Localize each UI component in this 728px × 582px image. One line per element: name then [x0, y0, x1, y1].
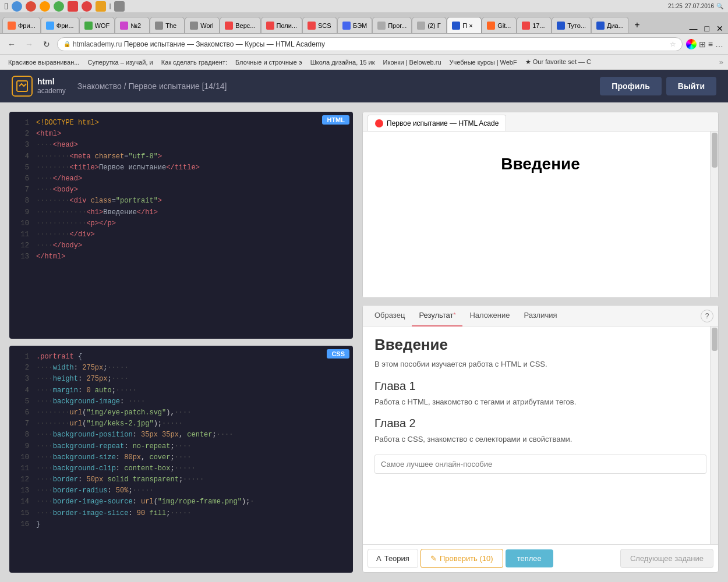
bookmark-1[interactable]: Красивое выравниван... — [5, 58, 83, 67]
bookmark-2[interactable]: Суперутка – изучай, и — [84, 58, 156, 67]
preview-scrollbar-thumb[interactable] — [712, 133, 718, 168]
back-button[interactable]: ← — [5, 37, 19, 51]
tab-rezultat[interactable]: Результат* — [412, 306, 462, 327]
html-code-content[interactable]: 1 <!DOCTYPE html> 2 <html> 3 ····<head> … — [9, 112, 353, 268]
next-button[interactable]: Следующее задание — [620, 549, 713, 568]
tab-nalozhenie[interactable]: Наложение — [462, 306, 517, 327]
bookmark-4[interactable]: Блочные и строчные э — [232, 58, 306, 67]
new-tab-button[interactable]: + — [629, 17, 645, 33]
extensions-icon[interactable]: ⊞ — [699, 40, 706, 49]
css-line-8: 8 ····background-position: 35px 35px, ce… — [9, 430, 353, 441]
next-label: Следующее задание — [630, 554, 704, 563]
code-line-1: 1 <!DOCTYPE html> — [9, 118, 353, 129]
bookmark-7[interactable]: Учебные курсы | WebF — [446, 58, 521, 67]
tab-label: Git... — [497, 22, 511, 29]
tab-vers[interactable]: Верс... — [220, 17, 260, 33]
warmer-button[interactable]: теплее — [506, 549, 553, 567]
result-panel: Образец Результат* Наложение Различия ? … — [362, 305, 719, 573]
more-icon[interactable]: … — [715, 40, 723, 49]
css-line-2: 2 ····width: 275px;····· — [9, 363, 353, 374]
code-line-2: 2 <html> — [9, 129, 353, 140]
result-chapter1-desc: Работа с HTML, знакомство с тегами и атр… — [374, 396, 706, 408]
tab-razlichiya[interactable]: Различия — [517, 306, 564, 327]
css-line-14: 14 ····border-image-source: url("img/rop… — [9, 496, 353, 508]
theory-button[interactable]: А Теория — [367, 549, 418, 568]
tab-tuto[interactable]: Туто... — [552, 17, 591, 33]
tab-dia[interactable]: Диа... — [591, 17, 629, 33]
tab-worl[interactable]: Worl — [185, 17, 220, 33]
os-bar-right: 21:25 27.07.2016 🔍 — [668, 3, 723, 9]
menu-icon[interactable]: ≡ — [708, 40, 713, 49]
result-chapter2-desc: Работа с CSS, знакомство с селекторами и… — [374, 434, 706, 445]
check-label: Проверить (10) — [440, 554, 493, 563]
css-code-content[interactable]: 1 .portrait { 2 ····width: 275px;····· 3… — [9, 346, 353, 536]
url-title: Первое испытание — Знакомство — Курсы — … — [124, 40, 325, 48]
help-button[interactable]: ? — [701, 310, 713, 322]
css-line-12: 12 ····border: 50px solid transparent;··… — [9, 474, 353, 485]
browser-close[interactable]: ✕ — [714, 24, 726, 33]
main-content: HTML 1 <!DOCTYPE html> 2 <html> 3 ····<h… — [0, 102, 728, 582]
code-panels: HTML 1 <!DOCTYPE html> 2 <html> 3 ····<h… — [9, 112, 353, 573]
bookmark-5[interactable]: Школа дизайна, 15 ик — [307, 58, 379, 67]
tab-17[interactable]: 17... — [517, 17, 552, 33]
color-wheel-icon — [686, 39, 697, 49]
html-badge: HTML — [322, 115, 349, 125]
preview-heading: Введение — [501, 155, 580, 173]
check-icon: ✎ — [430, 554, 437, 563]
refresh-button[interactable]: ↻ — [40, 37, 54, 51]
bookmark-3[interactable]: Как сделать градиент: — [158, 58, 231, 67]
tab-prog[interactable]: Прог... — [372, 17, 412, 33]
bookmark-label: Суперутка – изучай, и — [87, 59, 153, 66]
tab-obrazec[interactable]: Образец — [367, 306, 412, 327]
url-bar[interactable]: 🔒 htmlacademy.ru Первое испытание — Знак… — [57, 37, 683, 51]
tab-scs[interactable]: SCS — [302, 17, 337, 33]
result-chapter1-title: Глава 1 — [374, 379, 706, 393]
logout-button[interactable]: Выйти — [666, 77, 716, 95]
address-bar: ← → ↻ 🔒 htmlacademy.ru Первое испытание … — [0, 34, 728, 55]
tab-the[interactable]: The — [150, 17, 185, 33]
tab-g2[interactable]: (2) Г — [412, 17, 447, 33]
star-icon[interactable]: ☆ — [670, 40, 676, 48]
bookmark-6[interactable]: Иконки | Beloweb.ru — [380, 58, 445, 67]
result-scrollbar[interactable] — [710, 327, 718, 544]
check-button[interactable]: ✎ Проверить (10) — [420, 549, 503, 568]
result-scrollbar-thumb[interactable] — [712, 328, 718, 351]
theory-label: Теория — [384, 554, 409, 563]
forward-button[interactable]: → — [22, 37, 36, 51]
tab-label: WOF — [95, 22, 110, 29]
tab-fri2[interactable]: Фри... — [41, 17, 79, 33]
bookmark-label: Иконки | Beloweb.ru — [383, 59, 441, 66]
css-badge: CSS — [327, 349, 349, 359]
css-line-7: 7 ········url("img/keks-2.jpg");····· — [9, 418, 353, 430]
tab-active[interactable]: П × — [447, 17, 482, 33]
lock-icon: 🔒 — [63, 41, 70, 47]
bookmark-label: Блочные и строчные э — [235, 59, 302, 66]
tab-label: Прог... — [388, 22, 407, 29]
tab-wof[interactable]: WOF — [79, 17, 115, 33]
tab-git[interactable]: Git... — [482, 17, 517, 33]
browser-minimize[interactable]: ― — [687, 24, 700, 33]
tab-fri1[interactable]: Фри... — [2, 17, 41, 33]
preview-browser-tab[interactable]: Первое испытание — HTML Acade — [367, 115, 506, 131]
tab-n2[interactable]: №2 — [115, 17, 150, 33]
result-tabs-bar: Образец Результат* Наложение Различия ? — [363, 306, 718, 327]
code-line-9: 9 ············<h1>Введение</h1> — [9, 207, 353, 218]
css-editor: CSS 1 .portrait { 2 ····width: 275px;···… — [9, 346, 353, 573]
browser-maximize[interactable]: □ — [702, 24, 712, 33]
preview-scrollbar[interactable] — [710, 132, 718, 297]
css-line-5: 5 ····background-image: ···· — [9, 396, 353, 407]
tab-label: Диа... — [607, 22, 624, 29]
bookmark-8[interactable]: ★ Our favorite set — C — [522, 57, 595, 67]
tab-bem[interactable]: БЭМ — [337, 17, 372, 33]
result-input[interactable] — [374, 455, 706, 474]
css-line-15: 15 ····border-image-slice: 90 fill;····· — [9, 508, 353, 519]
bookmarks-more[interactable]: » — [719, 58, 723, 66]
code-line-6: 6 ····</head> — [9, 173, 353, 184]
tab-label: Worl — [200, 22, 213, 29]
bookmarks-bar: Красивое выравниван... Суперутка – изуча… — [0, 55, 728, 70]
code-line-4: 4 ········<meta charset="utf-8"> — [9, 151, 353, 162]
profile-button[interactable]: Профиль — [600, 77, 662, 95]
logo-icon — [12, 76, 33, 97]
tab-poli[interactable]: Поли... — [261, 17, 303, 33]
result-content-area: Введение В этом пособии изучается работа… — [363, 327, 718, 544]
